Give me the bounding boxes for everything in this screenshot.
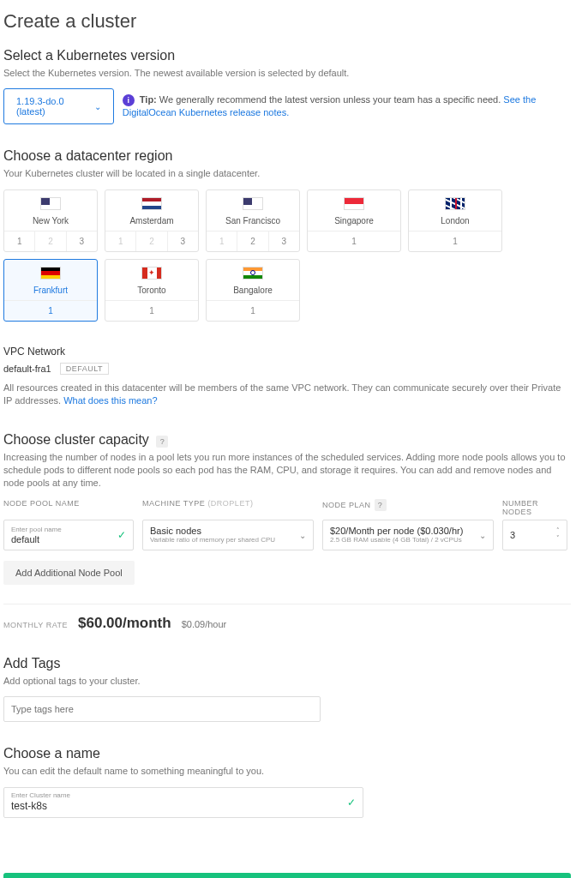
flag-icon <box>344 197 364 210</box>
flag-icon <box>141 267 162 280</box>
flag-icon <box>445 197 465 210</box>
region-name: London <box>409 216 501 226</box>
chevron-down-icon: ⌄ <box>94 102 101 111</box>
zone-button[interactable]: 3 <box>168 232 198 251</box>
capacity-sub: Increasing the number of nodes in a pool… <box>3 451 571 490</box>
zone-button[interactable]: 1 <box>4 232 35 251</box>
flag-icon <box>243 197 263 210</box>
chevron-down-icon: ⌄ <box>479 530 486 539</box>
version-heading: Select a Kubernetes version <box>3 48 571 63</box>
machine-type-select[interactable]: Basic nodes Variable ratio of memory per… <box>142 520 314 550</box>
cluster-name-input[interactable]: Enter Cluster name test-k8s ✓ <box>3 787 363 818</box>
zone-button[interactable]: 3 <box>269 232 299 251</box>
region-card[interactable]: Bangalore1 <box>206 259 300 322</box>
vpc-help-link[interactable]: What does this mean? <box>63 395 157 406</box>
region-card[interactable]: New York123 <box>3 189 98 252</box>
name-heading: Choose a name <box>3 746 571 761</box>
col-num: NUMBER NODES <box>502 499 567 516</box>
vpc-desc: All resources created in this datacenter… <box>3 382 571 408</box>
capacity-section: Choose cluster capacity ? Increasing the… <box>3 432 571 632</box>
flag-icon <box>243 267 263 280</box>
region-card[interactable]: San Francisco123 <box>206 189 300 252</box>
check-icon: ✓ <box>117 529 126 541</box>
chevron-down-icon: ⌄ <box>299 530 306 539</box>
version-select[interactable]: 1.19.3-do.0 (latest) ⌄ <box>3 88 114 124</box>
region-name: Toronto <box>105 286 198 295</box>
divider <box>3 604 571 604</box>
capacity-heading: Choose cluster capacity ? <box>3 432 571 448</box>
zone-button[interactable]: 1 <box>207 301 299 321</box>
monthly-rate: MONTHLY RATE $60.00/month $0.09/hour <box>3 615 571 632</box>
region-name: Frankfurt <box>4 286 97 295</box>
default-badge: DEFAULT <box>60 363 109 375</box>
flag-icon <box>40 267 61 280</box>
step-down-icon[interactable]: ˅ <box>556 535 560 542</box>
region-name: Bangalore <box>207 286 299 295</box>
zone-button[interactable]: 1 <box>308 232 400 251</box>
help-icon[interactable]: ? <box>156 436 168 448</box>
region-heading: Choose a datacenter region <box>3 148 571 164</box>
region-name: New York <box>4 216 97 226</box>
region-card[interactable]: London1 <box>408 189 502 252</box>
step-up-icon[interactable]: ˄ <box>556 527 560 534</box>
region-card[interactable]: Amsterdam123 <box>105 189 199 252</box>
flag-icon <box>141 197 162 210</box>
zone-button: 2 <box>35 232 66 251</box>
pool-name-input[interactable]: Enter pool name default ✓ <box>3 520 134 550</box>
zone-button: 1 <box>105 232 136 251</box>
region-name: Amsterdam <box>105 216 198 226</box>
region-card[interactable]: Singapore1 <box>307 189 401 252</box>
name-sub: You can edit the default name to somethi… <box>3 765 571 778</box>
tags-heading: Add Tags <box>3 656 571 671</box>
tags-sub: Add optional tags to your cluster. <box>3 675 571 688</box>
info-icon: i <box>123 94 135 106</box>
region-section: Choose a datacenter region Your Kubernet… <box>3 148 571 321</box>
col-plan: NODE PLAN? <box>322 499 494 516</box>
tags-section: Add Tags Add optional tags to your clust… <box>3 656 571 722</box>
check-icon: ✓ <box>347 797 356 809</box>
page-title: Create a cluster <box>3 10 571 33</box>
help-icon[interactable]: ? <box>375 499 387 511</box>
node-plan-select[interactable]: $20/Month per node ($0.030/hr) 2.5 GB RA… <box>322 520 494 550</box>
zone-button[interactable]: 2 <box>237 232 268 251</box>
version-tip: i Tip: We generally recommend the latest… <box>123 93 571 120</box>
zone-button: 2 <box>136 232 167 251</box>
zone-button[interactable]: 1 <box>105 301 198 321</box>
col-pool-name: NODE POOL NAME <box>3 499 134 516</box>
zone-button[interactable]: 3 <box>67 232 97 251</box>
version-section: Select a Kubernetes version Select the K… <box>3 48 571 124</box>
version-selected-label: 1.19.3-do.0 (latest) <box>16 96 70 117</box>
zone-button: 1 <box>207 232 237 251</box>
vpc-section: VPC Network default-fra1 DEFAULT All res… <box>3 346 571 408</box>
add-node-pool-button[interactable]: Add Additional Node Pool <box>3 561 135 585</box>
region-card[interactable]: Frankfurt1 <box>3 259 98 322</box>
col-machine: MACHINE TYPE (DROPLET) <box>142 499 314 516</box>
region-card[interactable]: Toronto1 <box>105 259 199 322</box>
zone-button[interactable]: 1 <box>409 232 501 251</box>
vpc-heading: VPC Network <box>3 346 571 358</box>
number-nodes-input[interactable]: 3 ˄˅ <box>502 520 567 550</box>
zone-button[interactable]: 1 <box>4 301 97 321</box>
create-cluster-button[interactable]: Create Cluster <box>3 873 571 878</box>
vpc-name: default-fra1 <box>3 364 51 374</box>
tags-input[interactable] <box>3 696 321 722</box>
region-sub: Your Kubernetes cluster will be located … <box>3 167 571 180</box>
region-name: Singapore <box>308 216 400 226</box>
region-name: San Francisco <box>207 216 299 226</box>
flag-icon <box>40 197 61 210</box>
version-sub: Select the Kubernetes version. The newes… <box>3 67 571 80</box>
name-section: Choose a name You can edit the default n… <box>3 746 571 817</box>
